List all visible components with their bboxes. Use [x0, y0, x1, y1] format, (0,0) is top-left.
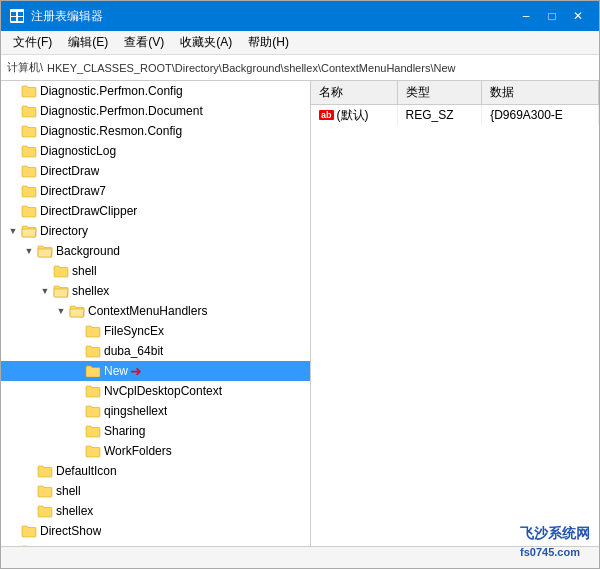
- tree-item-label: FileSyncEx: [104, 324, 164, 338]
- right-panel[interactable]: 名称 类型 数据 ab (默认) REG_SZ {D969A300-E: [311, 81, 599, 546]
- menu-bar: 文件(F) 编辑(E) 查看(V) 收藏夹(A) 帮助(H): [1, 31, 599, 55]
- tree-item[interactable]: ▶ FileSyncEx: [1, 321, 310, 341]
- watermark: 飞沙系统网 fs0745.com: [520, 525, 590, 559]
- address-value: HKEY_CLASSES_ROOT\Directory\Background\s…: [47, 62, 593, 74]
- tree-item[interactable]: ▶ Diagnostic.Resmon.Config: [1, 121, 310, 141]
- folder-icon: [85, 404, 101, 418]
- tree-item-label: DirectXFile: [40, 544, 99, 546]
- tree-item-label: DirectDraw: [40, 164, 99, 178]
- folder-icon: [37, 244, 53, 258]
- tree-item-label: qingshellext: [104, 404, 167, 418]
- tree-item[interactable]: ▼ Background: [1, 241, 310, 261]
- tree-item[interactable]: ▶ DirectShow: [1, 521, 310, 541]
- arrow-indicator: ➜: [130, 363, 142, 379]
- table-row[interactable]: ab (默认) REG_SZ {D969A300-E: [311, 105, 599, 126]
- svg-rect-1: [11, 12, 16, 16]
- left-panel[interactable]: ▶ Diagnostic.Perfmon.Config ▶ Diagnostic…: [1, 81, 311, 546]
- folder-icon: [85, 364, 101, 378]
- tree-item[interactable]: ▶ Diagnostic.Perfmon.Document: [1, 101, 310, 121]
- menu-file[interactable]: 文件(F): [5, 32, 60, 53]
- expand-btn[interactable]: ▼: [37, 283, 53, 299]
- reg-data: {D969A300-E: [482, 105, 599, 126]
- tree-item[interactable]: ▶ DirectDraw7: [1, 181, 310, 201]
- tree-item-label: DefaultIcon: [56, 464, 117, 478]
- folder-icon: [37, 464, 53, 478]
- tree-item-label: Directory: [40, 224, 88, 238]
- tree-item-label: duba_64bit: [104, 344, 163, 358]
- tree-item[interactable]: ▶ shell: [1, 261, 310, 281]
- folder-icon: [21, 164, 37, 178]
- status-bar: [1, 546, 599, 568]
- maximize-button[interactable]: □: [539, 3, 565, 29]
- svg-rect-3: [11, 17, 16, 21]
- tree-item[interactable]: ▶ Sharing: [1, 421, 310, 441]
- reg-type: REG_SZ: [398, 105, 482, 126]
- tree-item[interactable]: ▶ duba_64bit: [1, 341, 310, 361]
- tree-item[interactable]: ▶ shellex: [1, 501, 310, 521]
- folder-icon: [21, 524, 37, 538]
- folder-icon: [21, 204, 37, 218]
- tree-item-label: shellex: [72, 284, 109, 298]
- folder-icon: [85, 384, 101, 398]
- expand-btn[interactable]: ▼: [5, 223, 21, 239]
- tree-item[interactable]: ▼ Directory: [1, 221, 310, 241]
- tree-item[interactable]: ▶ WorkFolders: [1, 441, 310, 461]
- menu-view[interactable]: 查看(V): [116, 32, 172, 53]
- tree-item-label: shell: [72, 264, 97, 278]
- svg-rect-2: [18, 12, 23, 16]
- tree-item[interactable]: ▶ New➜: [1, 361, 310, 381]
- tree-item[interactable]: ▶ shell: [1, 481, 310, 501]
- folder-icon: [21, 184, 37, 198]
- folder-icon: [37, 504, 53, 518]
- title-bar: 注册表编辑器 – □ ✕: [1, 1, 599, 31]
- tree-item[interactable]: ▶ Diagnostic.Perfmon.Config: [1, 81, 310, 101]
- tree-item-label: Sharing: [104, 424, 145, 438]
- menu-edit[interactable]: 编辑(E): [60, 32, 116, 53]
- tree-item-label: shell: [56, 484, 81, 498]
- expand-btn[interactable]: ▼: [21, 243, 37, 259]
- col-type[interactable]: 类型: [398, 81, 482, 105]
- address-label: 计算机\: [7, 60, 43, 75]
- close-button[interactable]: ✕: [565, 3, 591, 29]
- tree-item-label: DiagnosticLog: [40, 144, 116, 158]
- col-name[interactable]: 名称: [311, 81, 398, 105]
- tree-item[interactable]: ▶ qingshellext: [1, 401, 310, 421]
- tree-item[interactable]: ▶ DiagnosticLog: [1, 141, 310, 161]
- tree-item[interactable]: ▼ shellex: [1, 281, 310, 301]
- folder-icon: [21, 224, 37, 238]
- tree-item-label: DirectDrawClipper: [40, 204, 137, 218]
- minimize-button[interactable]: –: [513, 3, 539, 29]
- folder-icon: [53, 264, 69, 278]
- folder-icon: [37, 484, 53, 498]
- folder-icon: [85, 344, 101, 358]
- folder-icon: [21, 544, 37, 546]
- svg-rect-4: [18, 17, 23, 21]
- tree-item-label: Diagnostic.Perfmon.Document: [40, 104, 203, 118]
- tree-item[interactable]: ▶ DirectDraw: [1, 161, 310, 181]
- app-icon: [9, 8, 25, 24]
- title-bar-left: 注册表编辑器: [9, 8, 103, 25]
- tree-item-label: NvCplDesktopContext: [104, 384, 222, 398]
- menu-favorites[interactable]: 收藏夹(A): [172, 32, 240, 53]
- tree-item-label: Background: [56, 244, 120, 258]
- tree-item-label: New: [104, 364, 128, 378]
- folder-icon: [21, 124, 37, 138]
- tree-item[interactable]: ▼ ContextMenuHandlers: [1, 301, 310, 321]
- tree-item[interactable]: ▶ DefaultIcon: [1, 461, 310, 481]
- main-content: ▶ Diagnostic.Perfmon.Config ▶ Diagnostic…: [1, 81, 599, 546]
- tree-item-label: Diagnostic.Resmon.Config: [40, 124, 182, 138]
- ab-icon: ab: [319, 110, 334, 120]
- title-controls: – □ ✕: [513, 3, 591, 29]
- tree-item[interactable]: ▶ NvCplDesktopContext: [1, 381, 310, 401]
- window-title: 注册表编辑器: [31, 8, 103, 25]
- tree-item[interactable]: ▶ DirectDrawClipper: [1, 201, 310, 221]
- menu-help[interactable]: 帮助(H): [240, 32, 297, 53]
- col-data[interactable]: 数据: [482, 81, 599, 105]
- reg-name: ab (默认): [311, 105, 398, 125]
- tree-item-label: DirectDraw7: [40, 184, 106, 198]
- expand-btn[interactable]: ▼: [53, 303, 69, 319]
- folder-icon: [53, 284, 69, 298]
- folder-icon: [21, 144, 37, 158]
- tree-item[interactable]: ▶ DirectXFile: [1, 541, 310, 546]
- tree-item-label: shellex: [56, 504, 93, 518]
